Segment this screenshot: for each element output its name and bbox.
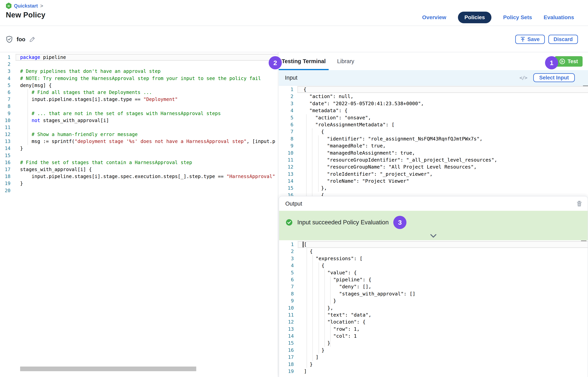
code-line: 11 "resourceGroupIdentifier": "_all_proj…: [279, 156, 588, 164]
code-line: 12 "location": {: [279, 318, 588, 325]
line-number: 12: [0, 131, 15, 138]
line-number: 4: [279, 262, 298, 269]
test-button[interactable]: Test: [555, 56, 583, 67]
nav-evaluations[interactable]: Evaluations: [544, 14, 574, 21]
line-number: 19: [0, 180, 15, 187]
testing-panel: Testing Terminal Library Test Input </> …: [279, 52, 588, 377]
code-line: 17stages_with_approval[i] {: [0, 166, 278, 173]
line-number: 8: [279, 135, 297, 142]
line-number: 4: [0, 75, 15, 82]
policy-name: foo: [17, 36, 25, 43]
code-line: 8 "stages_with_approval": []: [279, 290, 588, 297]
line-number: 2: [279, 93, 297, 100]
nav-policy-sets[interactable]: Policy Sets: [503, 14, 532, 21]
line-number: 14: [279, 333, 298, 340]
code-line: 5deny[msg] {: [0, 82, 278, 89]
output-section: Output: [279, 196, 588, 377]
output-section-label: Output: [285, 200, 577, 207]
code-line: 16 }: [279, 347, 588, 354]
code-line: 5 "value": {: [279, 269, 588, 276]
code-line: 10 not stages_with_approval[i]: [0, 117, 278, 124]
code-line: 1package pipeline: [0, 54, 278, 61]
input-section-label: Input: [285, 75, 520, 81]
code-line: 17 ]: [279, 354, 588, 361]
line-number: 7: [279, 283, 298, 290]
breadcrumb: ∞ Quickstart >: [6, 3, 43, 9]
tab-testing-terminal-label: Testing Terminal: [282, 58, 326, 65]
line-number: 2: [279, 248, 298, 255]
code-line: 16# Find the set of stages that contain …: [0, 159, 278, 166]
code-line: 9 # ... that are not in the set of stage…: [0, 110, 278, 117]
code-line: 12 # Show a human-friendly error message: [0, 131, 278, 138]
code-line: 7 input.pipeline.stages[i].stage.type ==…: [0, 96, 278, 103]
line-number: 14: [0, 145, 15, 152]
code-line: 12 "resourceGroupName": "All Project Lev…: [279, 164, 588, 170]
page-title: New Policy: [6, 11, 45, 19]
line-number: 6: [279, 276, 298, 283]
code-line: 11: [0, 124, 278, 131]
discard-button[interactable]: Discard: [548, 35, 578, 44]
line-number: 3: [0, 68, 15, 75]
code-line: 3# Deny pipelines that don't have an app…: [0, 68, 278, 75]
output-json-editor[interactable]: 1[2 {3 "expressions": [4 {5 "value": {6 …: [279, 240, 588, 377]
testing-tabs: Testing Terminal Library Test: [279, 52, 588, 70]
evaluation-result-text: Input succeeded Policy Evaluation: [297, 219, 389, 226]
horizontal-scrollbar-thumb[interactable]: [20, 366, 196, 371]
line-number: 17: [0, 166, 15, 173]
code-line: 13 msg := sprintf("deployment stage '%s'…: [0, 138, 278, 145]
code-line: 6 "pipeline": {: [279, 276, 588, 283]
code-line: 6 "roleAssignmentMetadata": [: [279, 121, 588, 128]
tab-library[interactable]: Library: [334, 52, 357, 70]
input-json-editor[interactable]: 1{2 "action": null,3 "date": "2022-05-05…: [279, 86, 588, 196]
code-line: 6 # Find all stages that are Deployments…: [0, 89, 278, 96]
code-line: 16 {: [279, 192, 588, 196]
nav-policies[interactable]: Policies: [458, 12, 492, 23]
nav-overview[interactable]: Overview: [422, 14, 446, 21]
annotation-badge-1: 1: [545, 56, 558, 69]
line-number: 18: [279, 361, 298, 368]
select-input-button[interactable]: Select Input: [533, 73, 575, 82]
line-number: 9: [0, 110, 15, 117]
code-toggle-icon[interactable]: </>: [520, 75, 527, 81]
code-line: 1{: [279, 86, 588, 93]
tab-testing-terminal[interactable]: Testing Terminal: [279, 52, 329, 70]
line-number: 5: [0, 82, 15, 89]
chevron-down-icon[interactable]: [430, 234, 436, 238]
code-line: 19}: [0, 180, 278, 187]
check-circle-icon: [286, 219, 293, 226]
trash-icon[interactable]: [577, 200, 582, 207]
edit-pencil-icon[interactable]: [29, 36, 35, 42]
code-line: 7 "deny": [],: [279, 283, 588, 290]
code-line: 3 "date": "2022-05-05T20:41:23.538+0000"…: [279, 100, 588, 107]
code-line: 7 {: [279, 128, 588, 135]
line-number: 5: [279, 269, 298, 276]
line-number: 11: [0, 124, 15, 131]
code-line: 13 "row": 1,: [279, 326, 588, 333]
shield-check-icon: [6, 36, 13, 43]
line-number: 2: [0, 61, 15, 68]
line-number: 1: [279, 86, 297, 93]
line-number: 6: [0, 89, 15, 96]
discard-label: Discard: [554, 36, 573, 42]
code-line: 13 "roleIdentifier": "_project_viewer",: [279, 171, 588, 178]
line-number: 1: [0, 54, 15, 61]
line-number: 12: [279, 318, 298, 325]
line-number: 13: [279, 326, 298, 333]
policy-code-editor[interactable]: 1package pipeline23# Deny pipelines that…: [0, 52, 278, 377]
breadcrumb-project-link[interactable]: Quickstart: [14, 3, 38, 9]
line-number: 9: [279, 297, 298, 304]
line-number: 11: [279, 156, 297, 164]
code-line: 14 "col": 1: [279, 333, 588, 340]
upload-arrow-icon: [520, 37, 525, 42]
top-nav: Overview Policies Policy Sets Evaluation…: [422, 11, 574, 24]
code-line: 15 },: [279, 185, 588, 192]
code-line: 19]: [279, 368, 588, 375]
output-section-header: Output: [279, 196, 588, 211]
line-number: 18: [0, 173, 15, 180]
tab-library-label: Library: [337, 58, 354, 65]
code-line: 20: [0, 187, 278, 194]
line-number: 11: [279, 312, 298, 318]
save-button[interactable]: Save: [515, 35, 545, 44]
policy-toolbar: foo Save Discard: [0, 26, 588, 52]
line-number: 7: [0, 96, 15, 103]
